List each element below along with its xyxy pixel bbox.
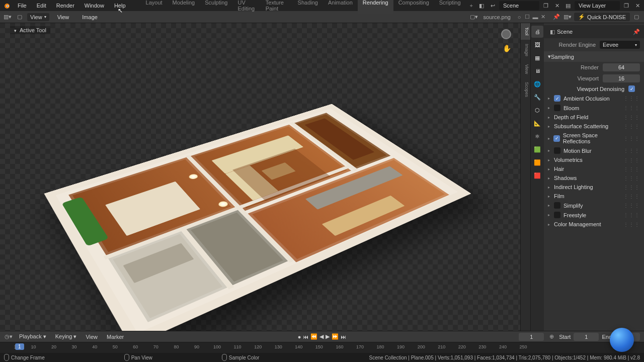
panel-film[interactable]: ▸Film⋮⋮⋮ (544, 192, 644, 201)
start-frame-field[interactable]: 1 (574, 333, 599, 341)
workspace-tab-layout[interactable]: Layout (141, 0, 168, 14)
prop-tab-11[interactable]: 🟥 (531, 169, 543, 182)
panel-depth-of-field[interactable]: ▸Depth of Field⋮⋮⋮ (544, 113, 644, 122)
prop-tab-9[interactable]: 🟩 (531, 143, 543, 155)
zoom-icon[interactable] (501, 29, 511, 39)
menu-edit[interactable]: Edit (32, 1, 51, 11)
menu-render[interactable]: Render (51, 1, 79, 11)
panel-motion-blur[interactable]: ▸Motion Blur⋮⋮⋮ (544, 146, 644, 155)
pin-icon[interactable]: 📌 (633, 29, 640, 35)
pin-icon[interactable]: 📌 (553, 14, 560, 21)
prop-tab-5[interactable]: 🔧 (531, 91, 543, 103)
play-icon[interactable]: ▶ (326, 333, 330, 340)
prop-tab-6[interactable]: ⬡ (531, 104, 543, 116)
jump-end-icon[interactable]: ⏭ (341, 334, 346, 340)
mode-icon[interactable]: ▢ (15, 13, 24, 22)
side-tab-scopes[interactable]: Scopes (521, 78, 530, 101)
layer-close-icon[interactable]: ✕ (633, 1, 642, 10)
timeline-ruler[interactable]: 1 11020304050607080901001101201301401501… (0, 342, 644, 353)
prev-key-icon[interactable]: ⏪ (310, 333, 317, 340)
editor-type-icon[interactable]: ▥▾ (3, 13, 12, 22)
panel-checkbox[interactable] (553, 135, 559, 142)
prop-tab-2[interactable]: ▦ (531, 52, 543, 64)
scene-close-icon[interactable]: ✕ (552, 1, 561, 10)
assistant-orb[interactable] (610, 328, 634, 352)
panel-volumetrics[interactable]: ▸Volumetrics⋮⋮⋮ (544, 155, 644, 164)
keying-menu[interactable]: Keying ▾ (52, 332, 80, 341)
autokey-icon[interactable]: ● (298, 334, 301, 340)
scene-name-field[interactable]: Scene (499, 1, 539, 10)
prop-tab-10[interactable]: 🟧 (531, 156, 543, 168)
quick-dnoise-button[interactable]: ⚡ Quick D-NOISE (574, 13, 630, 21)
side-tab-tool[interactable]: Tool (521, 23, 530, 40)
render-engine-dropdown[interactable]: Eevee▾ (600, 41, 640, 49)
workspace-tab-compositing[interactable]: Compositing (393, 0, 434, 14)
dnoise-settings-icon[interactable]: ▢ (632, 13, 641, 22)
panel-checkbox[interactable] (554, 95, 560, 102)
menu-window[interactable]: Window (79, 1, 109, 11)
slot-icon[interactable]: ▥▾ (563, 13, 572, 22)
panel-hair[interactable]: ▸Hair⋮⋮⋮ (544, 164, 644, 173)
panel-subsurface-scattering[interactable]: ▸Subsurface Scattering⋮⋮⋮ (544, 122, 644, 131)
view-menu-2[interactable]: View (52, 12, 74, 22)
prop-tab-3[interactable]: 🖥 (531, 65, 543, 77)
workspace-tab-sculpting[interactable]: Sculpting (200, 0, 232, 14)
prop-tab-8[interactable]: ⚛ (531, 130, 543, 142)
viewport-samples-field[interactable]: 16 (603, 74, 640, 82)
preview-range-icon[interactable]: ⊕ (547, 332, 556, 341)
close-icon[interactable]: ✕ (540, 14, 547, 21)
render-viewport[interactable]: Active Tool ✋ (0, 23, 520, 331)
workspace-tab-scripting[interactable]: Scripting (434, 0, 466, 14)
workspace-tab-texture-paint[interactable]: Texture Paint (261, 0, 293, 14)
pan-hand-icon[interactable]: ✋ (503, 44, 511, 52)
side-tab-view[interactable]: View (521, 60, 530, 78)
back-icon[interactable]: ↩ (488, 1, 497, 10)
panel-checkbox[interactable] (554, 212, 560, 218)
play-rev-icon[interactable]: ◀ (319, 333, 324, 340)
workspace-tab-animation[interactable]: Animation (323, 0, 358, 14)
current-frame-field[interactable]: 1 (519, 333, 544, 341)
panel-checkbox[interactable] (554, 105, 560, 111)
scene-copy-icon[interactable]: ❐ (541, 1, 550, 10)
jump-start-icon[interactable]: ⏮ (303, 334, 308, 340)
view-menu-1[interactable]: View ▾ (27, 13, 49, 21)
workspace-tab-rendering[interactable]: Rendering (358, 0, 393, 14)
prop-tab-0[interactable]: 🖨 (531, 26, 543, 38)
panel-bloom[interactable]: ▸Bloom⋮⋮⋮ (544, 103, 644, 113)
panel-shadows[interactable]: ▸Shadows⋮⋮⋮ (544, 173, 644, 183)
panel-freestyle[interactable]: ▸Freestyle⋮⋮⋮ (544, 210, 644, 220)
menu-file[interactable]: File (13, 1, 32, 11)
render-samples-field[interactable]: 64 (603, 63, 640, 71)
workspace-tab-uv-editing[interactable]: UV Editing (232, 0, 260, 14)
sampling-panel-header[interactable]: ▾Sampling (544, 51, 644, 62)
panel-checkbox[interactable] (554, 202, 560, 209)
image-folder-icon[interactable]: ▢▾ (469, 13, 478, 22)
side-tab-image[interactable]: Image (521, 40, 530, 60)
workspace-tab-shading[interactable]: Shading (293, 0, 323, 14)
workspace-add-button[interactable]: + (466, 1, 477, 11)
viewport-denoise-checkbox[interactable] (628, 85, 635, 92)
prop-tab-7[interactable]: 📐 (531, 117, 543, 129)
active-tool-label[interactable]: Active Tool (10, 26, 50, 34)
timeline-view-menu[interactable]: View (83, 333, 101, 341)
open-icon[interactable]: ▬ (532, 14, 539, 21)
marker-menu[interactable]: Marker (104, 333, 127, 341)
panel-indirect-lighting[interactable]: ▸Indirect Lighting⋮⋮⋮ (544, 183, 644, 192)
panel-simplify[interactable]: ▸Simplify⋮⋮⋮ (544, 201, 644, 210)
timeline-editor-icon[interactable]: ◷▾ (4, 332, 13, 341)
panel-color-management[interactable]: ▸Color Management⋮⋮⋮ (544, 220, 644, 229)
viewlayer-name-field[interactable]: View Layer (575, 1, 620, 10)
menu-help[interactable]: Help (109, 1, 131, 11)
workspace-tab-modeling[interactable]: Modeling (168, 0, 200, 14)
new-icon[interactable]: ☐ (524, 14, 531, 21)
panel-ambient-occlusion[interactable]: ▸Ambient Occlusion⋮⋮⋮ (544, 94, 644, 103)
image-menu[interactable]: Image (77, 12, 103, 22)
next-key-icon[interactable]: ⏩ (332, 333, 339, 340)
layer-copy-icon[interactable]: ❐ (622, 1, 631, 10)
panel-screen-space-reflections[interactable]: ▸Screen Space Reflections⋮⋮⋮ (544, 131, 644, 146)
linked-count-icon[interactable]: ○ (516, 14, 523, 21)
prop-tab-1[interactable]: 🖼 (531, 39, 543, 51)
prop-tab-4[interactable]: 🌐 (531, 78, 543, 90)
playhead[interactable]: 1 (15, 343, 24, 350)
playback-menu[interactable]: Playback ▾ (16, 332, 49, 341)
